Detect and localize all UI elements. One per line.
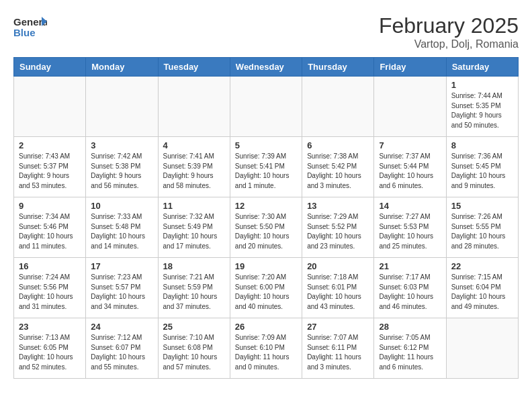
day-detail: Sunrise: 7:24 AM Sunset: 5:56 PM Dayligh… xyxy=(19,273,81,312)
day-number: 14 xyxy=(379,201,441,211)
calendar-cell: 26Sunrise: 7:09 AM Sunset: 6:10 PM Dayli… xyxy=(230,318,302,379)
day-detail: Sunrise: 7:37 AM Sunset: 5:44 PM Dayligh… xyxy=(379,152,441,191)
location: Vartop, Dolj, Romania xyxy=(379,38,519,50)
calendar-week-3: 16Sunrise: 7:24 AM Sunset: 5:56 PM Dayli… xyxy=(14,258,519,318)
calendar-cell xyxy=(86,77,158,137)
calendar-cell: 9Sunrise: 7:34 AM Sunset: 5:46 PM Daylig… xyxy=(14,197,86,258)
calendar-cell: 8Sunrise: 7:36 AM Sunset: 5:45 PM Daylig… xyxy=(446,137,518,197)
calendar-cell: 3Sunrise: 7:42 AM Sunset: 5:38 PM Daylig… xyxy=(86,137,158,197)
day-number: 19 xyxy=(235,261,297,271)
calendar-table: Sunday Monday Tuesday Wednesday Thursday… xyxy=(13,57,519,379)
day-detail: Sunrise: 7:44 AM Sunset: 5:35 PM Dayligh… xyxy=(451,91,513,130)
day-detail: Sunrise: 7:32 AM Sunset: 5:49 PM Dayligh… xyxy=(163,212,225,251)
day-detail: Sunrise: 7:38 AM Sunset: 5:42 PM Dayligh… xyxy=(307,152,369,191)
day-detail: Sunrise: 7:26 AM Sunset: 5:55 PM Dayligh… xyxy=(451,212,513,251)
calendar-cell: 5Sunrise: 7:39 AM Sunset: 5:41 PM Daylig… xyxy=(230,137,302,197)
calendar-cell: 6Sunrise: 7:38 AM Sunset: 5:42 PM Daylig… xyxy=(302,137,374,197)
calendar-cell: 19Sunrise: 7:20 AM Sunset: 6:00 PM Dayli… xyxy=(230,258,302,318)
calendar-week-4: 23Sunrise: 7:13 AM Sunset: 6:05 PM Dayli… xyxy=(14,318,519,379)
day-detail: Sunrise: 7:36 AM Sunset: 5:45 PM Dayligh… xyxy=(451,152,513,191)
calendar-cell xyxy=(446,318,518,379)
calendar-cell: 24Sunrise: 7:12 AM Sunset: 6:07 PM Dayli… xyxy=(86,318,158,379)
day-detail: Sunrise: 7:10 AM Sunset: 6:08 PM Dayligh… xyxy=(163,333,225,372)
day-detail: Sunrise: 7:21 AM Sunset: 5:59 PM Dayligh… xyxy=(163,273,225,312)
day-number: 11 xyxy=(163,201,225,211)
col-saturday: Saturday xyxy=(446,58,518,77)
calendar-header-row: Sunday Monday Tuesday Wednesday Thursday… xyxy=(14,58,519,77)
month-year: February 2025 xyxy=(379,13,519,38)
calendar-cell: 14Sunrise: 7:27 AM Sunset: 5:53 PM Dayli… xyxy=(374,197,446,258)
day-detail: Sunrise: 7:30 AM Sunset: 5:50 PM Dayligh… xyxy=(235,212,297,251)
day-detail: Sunrise: 7:15 AM Sunset: 6:04 PM Dayligh… xyxy=(451,273,513,312)
day-number: 13 xyxy=(307,201,369,211)
day-number: 28 xyxy=(379,322,441,332)
calendar-cell: 23Sunrise: 7:13 AM Sunset: 6:05 PM Dayli… xyxy=(14,318,86,379)
calendar-cell: 25Sunrise: 7:10 AM Sunset: 6:08 PM Dayli… xyxy=(158,318,230,379)
day-detail: Sunrise: 7:09 AM Sunset: 6:10 PM Dayligh… xyxy=(235,333,297,372)
calendar-cell xyxy=(230,77,302,137)
calendar-cell: 13Sunrise: 7:29 AM Sunset: 5:52 PM Dayli… xyxy=(302,197,374,258)
day-number: 27 xyxy=(307,322,369,332)
day-number: 1 xyxy=(451,80,513,90)
day-number: 24 xyxy=(91,322,152,332)
day-detail: Sunrise: 7:29 AM Sunset: 5:52 PM Dayligh… xyxy=(307,212,369,251)
day-detail: Sunrise: 7:33 AM Sunset: 5:48 PM Dayligh… xyxy=(91,212,152,251)
day-detail: Sunrise: 7:34 AM Sunset: 5:46 PM Dayligh… xyxy=(19,212,81,251)
day-number: 16 xyxy=(19,261,81,271)
day-number: 20 xyxy=(307,261,369,271)
day-number: 23 xyxy=(19,322,81,332)
day-detail: Sunrise: 7:12 AM Sunset: 6:07 PM Dayligh… xyxy=(91,333,152,372)
day-number: 26 xyxy=(235,322,297,332)
calendar-cell xyxy=(374,77,446,137)
day-number: 21 xyxy=(379,261,441,271)
title-block: February 2025 Vartop, Dolj, Romania xyxy=(379,13,519,50)
calendar-week-0: 1Sunrise: 7:44 AM Sunset: 5:35 PM Daylig… xyxy=(14,77,519,137)
day-number: 8 xyxy=(451,140,513,150)
calendar-cell: 10Sunrise: 7:33 AM Sunset: 5:48 PM Dayli… xyxy=(86,197,158,258)
calendar-cell: 15Sunrise: 7:26 AM Sunset: 5:55 PM Dayli… xyxy=(446,197,518,258)
day-detail: Sunrise: 7:17 AM Sunset: 6:03 PM Dayligh… xyxy=(379,273,441,312)
calendar-week-1: 2Sunrise: 7:43 AM Sunset: 5:37 PM Daylig… xyxy=(14,137,519,197)
col-wednesday: Wednesday xyxy=(230,58,302,77)
page-header: General Blue February 2025 Vartop, Dolj,… xyxy=(13,13,519,50)
day-detail: Sunrise: 7:05 AM Sunset: 6:12 PM Dayligh… xyxy=(379,333,441,372)
col-friday: Friday xyxy=(374,58,446,77)
day-detail: Sunrise: 7:23 AM Sunset: 5:57 PM Dayligh… xyxy=(91,273,152,312)
calendar-cell: 17Sunrise: 7:23 AM Sunset: 5:57 PM Dayli… xyxy=(86,258,158,318)
day-number: 22 xyxy=(451,261,513,271)
calendar-cell: 1Sunrise: 7:44 AM Sunset: 5:35 PM Daylig… xyxy=(446,77,518,137)
logo-icon: General Blue xyxy=(13,13,47,40)
col-thursday: Thursday xyxy=(302,58,374,77)
day-number: 10 xyxy=(91,201,152,211)
day-detail: Sunrise: 7:41 AM Sunset: 5:39 PM Dayligh… xyxy=(163,152,225,191)
calendar-cell: 4Sunrise: 7:41 AM Sunset: 5:39 PM Daylig… xyxy=(158,137,230,197)
calendar-cell xyxy=(302,77,374,137)
calendar-cell: 16Sunrise: 7:24 AM Sunset: 5:56 PM Dayli… xyxy=(14,258,86,318)
day-number: 7 xyxy=(379,140,441,150)
day-number: 9 xyxy=(19,201,81,211)
svg-text:Blue: Blue xyxy=(13,27,36,38)
calendar-cell: 12Sunrise: 7:30 AM Sunset: 5:50 PM Dayli… xyxy=(230,197,302,258)
col-sunday: Sunday xyxy=(14,58,86,77)
day-detail: Sunrise: 7:13 AM Sunset: 6:05 PM Dayligh… xyxy=(19,333,81,372)
calendar-cell: 22Sunrise: 7:15 AM Sunset: 6:04 PM Dayli… xyxy=(446,258,518,318)
day-detail: Sunrise: 7:39 AM Sunset: 5:41 PM Dayligh… xyxy=(235,152,297,191)
calendar-cell xyxy=(14,77,86,137)
day-number: 25 xyxy=(163,322,225,332)
calendar-cell xyxy=(158,77,230,137)
calendar-cell: 18Sunrise: 7:21 AM Sunset: 5:59 PM Dayli… xyxy=(158,258,230,318)
day-detail: Sunrise: 7:27 AM Sunset: 5:53 PM Dayligh… xyxy=(379,212,441,251)
calendar-cell: 28Sunrise: 7:05 AM Sunset: 6:12 PM Dayli… xyxy=(374,318,446,379)
day-detail: Sunrise: 7:07 AM Sunset: 6:11 PM Dayligh… xyxy=(307,333,369,372)
calendar-cell: 20Sunrise: 7:18 AM Sunset: 6:01 PM Dayli… xyxy=(302,258,374,318)
logo: General Blue xyxy=(13,13,48,40)
day-detail: Sunrise: 7:18 AM Sunset: 6:01 PM Dayligh… xyxy=(307,273,369,312)
day-number: 6 xyxy=(307,140,369,150)
day-number: 12 xyxy=(235,201,297,211)
day-number: 18 xyxy=(163,261,225,271)
day-number: 17 xyxy=(91,261,152,271)
calendar-cell: 21Sunrise: 7:17 AM Sunset: 6:03 PM Dayli… xyxy=(374,258,446,318)
col-tuesday: Tuesday xyxy=(158,58,230,77)
calendar-cell: 7Sunrise: 7:37 AM Sunset: 5:44 PM Daylig… xyxy=(374,137,446,197)
day-number: 2 xyxy=(19,140,81,150)
